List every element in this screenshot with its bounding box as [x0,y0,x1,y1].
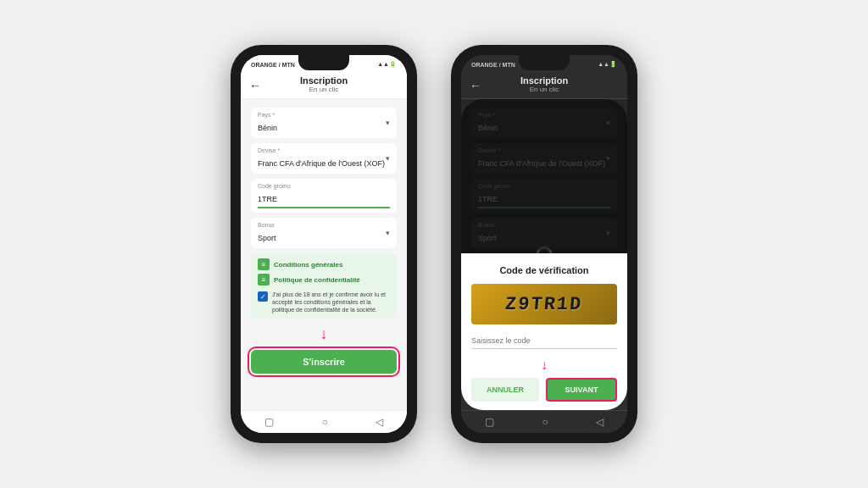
modal-arrow-icon: ↓ [471,358,617,373]
modal-buttons: ANNULER SUIVANT [471,378,617,402]
left-phone: ORANGE / MTN 17:53 ▲▲🔋 ← Inscription En … [231,45,417,443]
page-subtitle-right: En un clic [468,86,620,93]
carrier-right: ORANGE / MTN [471,62,515,68]
terms-text: J'ai plus de 18 ans et je confirme avoir… [272,291,390,313]
modal-title: Code de vérification [471,265,617,275]
captcha-image: Z9TR1D [471,284,617,324]
left-phone-screen: ORANGE / MTN 17:53 ▲▲🔋 ← Inscription En … [241,55,407,433]
conditions-text: Conditions générales [274,261,342,269]
gromo-value: 1TRE [258,195,277,203]
nav-bar-left: ▢ ○ ◁ [241,410,407,433]
currency-chevron-icon: ▾ [386,154,390,163]
status-icons-right: ▲▲🔋 [598,61,617,68]
page-title-right: Inscription [468,75,620,86]
bonus-label: Bonus [258,222,390,228]
currency-field[interactable]: Devise * Franc CFA d'Afrique de l'Ouest … [251,143,397,174]
nav-home-icon[interactable]: ▢ [264,416,274,428]
time-right: 12:54 [548,61,565,69]
status-bar-right: ORANGE / MTN 12:54 ▲▲🔋 [461,55,627,72]
country-value: Bénin [258,124,277,132]
gromo-label: Code gromo [258,183,390,189]
signup-button[interactable]: S'inscrire [251,350,397,374]
right-phone-screen: ORANGE / MTN 12:54 ▲▲🔋 ← Inscription En … [461,55,627,433]
country-label: Pays * [258,112,390,118]
conditions-section: ≡ Conditions générales ≡ Politique de co… [251,253,397,319]
cancel-button[interactable]: ANNULER [471,378,539,402]
time-left: 17:53 [327,61,344,69]
nav-back-icon[interactable]: ◁ [376,416,383,428]
conditions-item[interactable]: ≡ Conditions générales [258,258,390,270]
carrier-left: ORANGE / MTN [251,62,295,68]
page-title-left: Inscription [248,75,400,86]
nav-circle-icon[interactable]: ○ [321,416,327,428]
right-phone: ORANGE / MTN 12:54 ▲▲🔋 ← Inscription En … [451,45,637,443]
arrow-down-icon: ↓ [251,325,397,343]
back-button-left[interactable]: ← [249,79,261,92]
back-button-right[interactable]: ← [470,79,481,92]
privacy-text: Politique de confidentialité [274,276,360,284]
conditions-icon: ≡ [258,258,270,270]
country-field[interactable]: Pays * Bénin ▾ [251,108,397,138]
terms-checkbox-row[interactable]: ✓ J'ai plus de 18 ans et je confirme avo… [258,291,390,313]
country-chevron-icon: ▾ [386,119,390,127]
privacy-item[interactable]: ≡ Politique de confidentialité [258,274,390,286]
currency-label: Devise * [258,147,390,153]
bonus-chevron-icon: ▾ [386,229,390,237]
nav-back-icon-right[interactable]: ◁ [596,416,604,428]
captcha-text: Z9TR1D [504,294,583,315]
app-header-left: ← Inscription En un clic [241,72,407,99]
terms-checkbox[interactable]: ✓ [258,291,268,302]
page-subtitle-left: En un clic [248,86,400,93]
modal-overlay: Code de vérification Z9TR1D ↓ ANNULER SU… [461,99,627,410]
form-area-left: Pays * Bénin ▾ Devise * Franc CFA d'Afri… [241,99,407,410]
currency-value: Franc CFA d'Afrique de l'Ouest (XOF) [258,159,385,168]
app-header-right: ← Inscription En un clic [461,72,627,99]
status-icons-left: ▲▲🔋 [377,61,397,68]
next-button[interactable]: SUIVANT [546,378,617,402]
privacy-icon: ≡ [258,274,270,286]
nav-circle-icon-right[interactable]: ○ [542,416,548,428]
nav-bar-right: ▢ ○ ◁ [461,410,627,433]
verification-modal: Code de vérification Z9TR1D ↓ ANNULER SU… [461,253,627,410]
nav-home-icon-right[interactable]: ▢ [485,416,494,428]
captcha-input[interactable] [471,333,617,349]
gromo-field[interactable]: Code gromo 1TRE [251,179,397,213]
status-bar-left: ORANGE / MTN 17:53 ▲▲🔋 [241,55,407,72]
bonus-value: Sport [258,234,276,242]
bonus-field[interactable]: Bonus Sport ▾ [251,218,397,248]
form-area-wrapper-right: Pays * Bénin ▾ Devise * Franc CFA d'Afri… [461,99,627,410]
